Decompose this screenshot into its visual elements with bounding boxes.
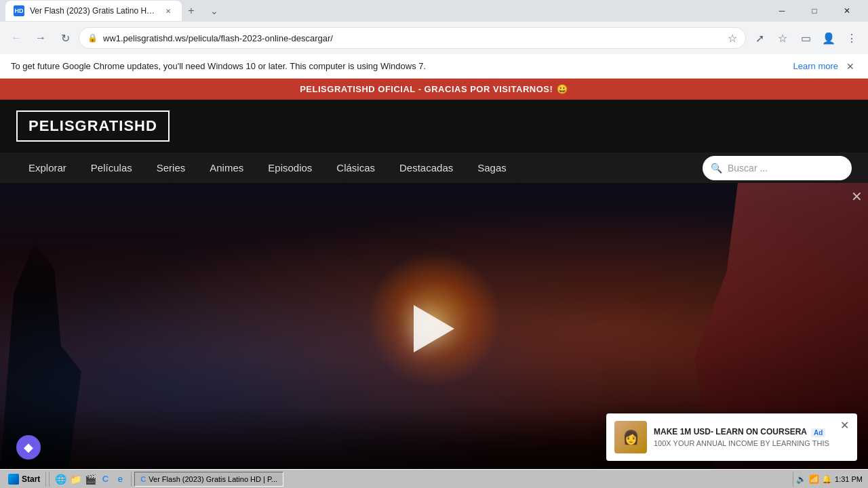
hero-close-button[interactable]: ✕: [851, 188, 863, 205]
site-logo[interactable]: PELISGRATISHD: [16, 110, 170, 142]
profile-button[interactable]: 👤: [818, 27, 840, 49]
new-tab-button[interactable]: +: [182, 1, 201, 20]
taskbar: Start 🌐 📁 🎬 C e C Ver Flash (2023) Grati…: [0, 469, 868, 488]
start-button[interactable]: Start: [3, 472, 46, 487]
site-search-bar[interactable]: 🔍 Buscar ...: [703, 156, 852, 180]
info-bar-close-button[interactable]: ✕: [844, 60, 857, 73]
forward-button[interactable]: →: [30, 27, 52, 49]
taskbar-apps: C Ver Flash (2023) Gratis Latino HD | P.…: [134, 472, 283, 487]
title-bar-left: HD Ver Flash (2023) Gratis Latino HD | P…: [5, 0, 224, 22]
ad-content: MAKE 1M USD- LEARN ON COURSERA Ad 100X Y…: [654, 427, 833, 447]
ad-avatar: 👩: [614, 421, 647, 453]
nav-item-animes[interactable]: Animes: [197, 152, 256, 183]
chrome-icon[interactable]: C: [100, 474, 111, 485]
title-bar: HD Ver Flash (2023) Gratis Latino HD | P…: [0, 0, 868, 22]
taskbar-chrome-app[interactable]: C Ver Flash (2023) Gratis Latino HD | P.…: [134, 472, 283, 487]
taskbar-app-label: Ver Flash (2023) Gratis Latino HD | P...: [149, 475, 277, 483]
back-button[interactable]: ←: [5, 27, 27, 49]
learn-more-link[interactable]: Learn more: [793, 61, 838, 71]
lock-icon: 🔒: [87, 33, 98, 43]
menu-button[interactable]: ⋮: [841, 27, 863, 49]
window-controls: ─ □ ✕: [766, 0, 863, 22]
address-bar[interactable]: 🔒 ww1.pelisgratishd.ws/pelicula/flash-20…: [79, 27, 746, 49]
nav-item-episodios[interactable]: Episodios: [256, 152, 324, 183]
nav-item-peliculas[interactable]: Películas: [79, 152, 144, 183]
search-wrapper: 🔍 Buscar ...: [703, 156, 852, 180]
close-button[interactable]: ✕: [831, 0, 863, 22]
taskbar-divider-2: [131, 472, 132, 487]
site-content: PELISGRATISHD OFICIAL - GRACIAS POR VISI…: [0, 79, 868, 469]
tab-close-button[interactable]: ✕: [163, 5, 174, 16]
nav-item-series[interactable]: Series: [144, 152, 198, 183]
media-player-icon[interactable]: 🎬: [85, 474, 96, 485]
split-screen-button[interactable]: ▭: [795, 27, 816, 49]
edge-icon[interactable]: e: [115, 474, 125, 485]
reload-button[interactable]: ↻: [54, 27, 76, 49]
star-icon[interactable]: ☆: [728, 32, 737, 45]
search-placeholder: Buscar ...: [728, 163, 768, 174]
notification-icon[interactable]: 🔔: [822, 474, 832, 484]
taskbar-app-icon: C: [140, 475, 146, 483]
floating-action-button[interactable]: ◆: [16, 435, 41, 460]
ad-popup: 👩 MAKE 1M USD- LEARN ON COURSERA Ad 100X…: [606, 413, 857, 461]
network-icon[interactable]: 📶: [809, 474, 819, 484]
play-button[interactable]: [407, 298, 461, 359]
hero-section: ✕ ANY.RUN 👩 MAKE 1M USD- LEARN ON COURSE…: [0, 183, 868, 469]
navigation-bar: ← → ↻ 🔒 ww1.pelisgratishd.ws/pelicula/fl…: [0, 22, 868, 54]
nav-item-sagas[interactable]: Sagas: [465, 152, 519, 183]
search-icon: 🔍: [711, 163, 722, 174]
minimize-button[interactable]: ─: [766, 0, 797, 22]
share-button[interactable]: ➚: [749, 27, 770, 49]
fab-icon: ◆: [24, 440, 33, 455]
ad-badge: Ad: [811, 428, 825, 437]
active-tab[interactable]: HD Ver Flash (2023) Gratis Latino HD | P…: [5, 1, 182, 21]
windows-icon: [8, 474, 19, 485]
url-text: ww1.pelisgratishd.ws/pelicula/flash-2023…: [103, 33, 722, 43]
tab-favicon: HD: [14, 5, 24, 16]
start-label: Start: [22, 474, 40, 484]
smiley-icon: 😀: [557, 84, 568, 94]
announcement-text: PELISGRATISHD OFICIAL - GRACIAS POR VISI…: [300, 84, 553, 94]
tab-strip: HD Ver Flash (2023) Gratis Latino HD | P…: [5, 0, 201, 22]
quick-launch-icons: 🌐 📁 🎬 C e: [52, 474, 128, 485]
ad-subtitle: 100X YOUR ANNUAL INCOME BY LEARNING THIS: [654, 439, 833, 447]
ad-close-button[interactable]: ✕: [840, 419, 849, 432]
ie-icon[interactable]: 🌐: [55, 474, 66, 485]
volume-icon[interactable]: 🔊: [796, 474, 806, 484]
play-triangle-icon: [414, 305, 454, 352]
site-navigation: Explorar Películas Series Animes Episodi…: [0, 152, 868, 183]
system-clock: 1:31 PM: [835, 475, 863, 483]
tab-overflow-button[interactable]: ⌄: [205, 1, 224, 20]
nav-item-destacadas[interactable]: Destacadas: [387, 152, 465, 183]
nav-action-buttons: ➚ ☆ ▭ 👤 ⋮: [749, 27, 863, 49]
tab-title: Ver Flash (2023) Gratis Latino HD | P...: [30, 6, 157, 16]
maximize-button[interactable]: □: [799, 0, 830, 22]
taskbar-divider-1: [49, 472, 50, 487]
nav-item-clasicas[interactable]: Clásicas: [324, 152, 387, 183]
taskbar-system-tray: 🔊 📶 🔔 1:31 PM: [793, 472, 865, 487]
site-header: PELISGRATISHD: [0, 100, 868, 152]
folder-icon[interactable]: 📁: [70, 474, 81, 485]
info-bar: To get future Google Chrome updates, you…: [0, 54, 868, 79]
bookmark-button[interactable]: ☆: [772, 27, 793, 49]
announcement-bar: PELISGRATISHD OFICIAL - GRACIAS POR VISI…: [0, 79, 868, 100]
ad-title: MAKE 1M USD- LEARN ON COURSERA: [654, 427, 807, 438]
nav-item-explorar[interactable]: Explorar: [16, 152, 79, 183]
info-bar-message: To get future Google Chrome updates, you…: [11, 61, 788, 71]
